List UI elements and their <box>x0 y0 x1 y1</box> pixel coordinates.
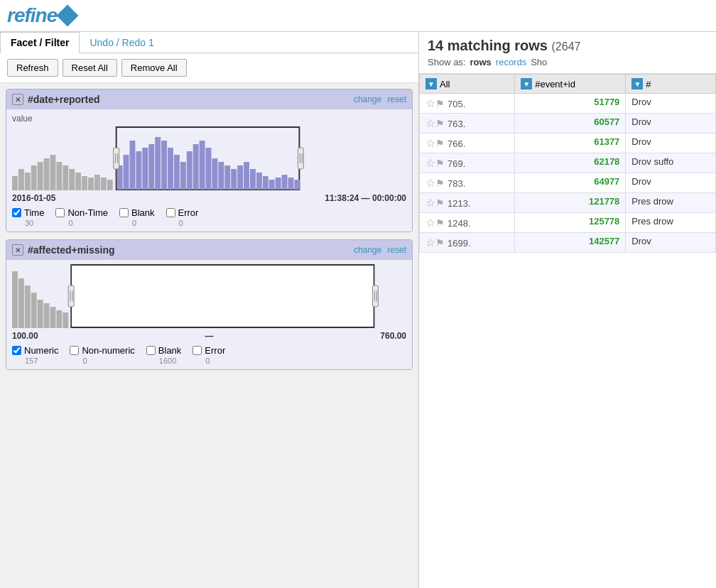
results-header: 14 matching rows (2647 Show as: rows rec… <box>419 32 716 74</box>
checkbox-numeric: Numeric 157 <box>12 345 58 365</box>
svg-rect-20 <box>136 151 141 190</box>
svg-rect-62 <box>72 266 373 327</box>
flag-button[interactable]: ⚑ <box>435 118 445 129</box>
tab-facet-filter[interactable]: Facet / Filter <box>0 32 80 53</box>
blank-affected-label: Blank <box>158 345 182 356</box>
col-all-header: ▼ All <box>420 75 515 94</box>
refresh-button[interactable]: Refresh <box>7 59 58 77</box>
time-checkbox[interactable] <box>12 208 21 217</box>
star-button[interactable]: ☆ <box>425 136 435 150</box>
event-id-cell: 64977 <box>515 173 626 193</box>
flag-button[interactable]: ⚑ <box>435 158 445 169</box>
svg-rect-24 <box>161 141 167 190</box>
svg-rect-54 <box>25 285 31 328</box>
star-button[interactable]: ☆ <box>425 236 435 249</box>
non-time-checkbox[interactable] <box>55 208 65 217</box>
star-button[interactable]: ☆ <box>425 116 435 130</box>
svg-rect-9 <box>69 169 75 190</box>
tabs-bar: Facet / Filter Undo / Redo 1 <box>0 32 418 53</box>
star-button[interactable]: ☆ <box>425 196 435 209</box>
histogram-date[interactable] <box>12 126 406 190</box>
star-button[interactable]: ☆ <box>425 97 435 110</box>
app-logo: refine <box>7 4 57 27</box>
reset-all-button[interactable]: Reset All <box>63 59 117 77</box>
event-id-cell: 142577 <box>515 233 626 253</box>
star-button[interactable]: ☆ <box>425 156 435 170</box>
remove-all-button[interactable]: Remove All <box>121 59 187 77</box>
error-affected-count: 0 <box>205 356 210 365</box>
svg-rect-30 <box>200 141 205 190</box>
error-date-checkbox[interactable] <box>166 208 175 217</box>
main-container: Facet / Filter Undo / Redo 1 Refresh Res… <box>0 32 716 588</box>
col-all-dropdown[interactable]: ▼ <box>425 78 437 89</box>
flag-button[interactable]: ⚑ <box>435 217 445 229</box>
svg-rect-14 <box>101 178 107 190</box>
flag-button[interactable]: ⚑ <box>435 98 445 109</box>
flag-button[interactable]: ⚑ <box>435 197 445 209</box>
description-cell: Drov <box>626 173 716 193</box>
svg-rect-23 <box>155 137 161 190</box>
facet-date-reported-body: value <box>6 109 412 232</box>
svg-rect-57 <box>44 303 50 328</box>
flag-button[interactable]: ⚑ <box>435 138 445 149</box>
row-number: 1699. <box>448 238 471 249</box>
affected-range-separator: — <box>205 331 214 341</box>
facet-affected-close-button[interactable]: ✕ <box>12 244 23 256</box>
app-header: refine <box>0 0 716 32</box>
svg-rect-1 <box>18 169 24 190</box>
error-affected-checkbox[interactable] <box>192 346 202 355</box>
facet-affected-reset-link[interactable]: reset <box>387 245 406 255</box>
numeric-checkbox[interactable] <box>12 346 21 355</box>
histogram-affected-svg <box>12 264 406 328</box>
flag-button[interactable]: ⚑ <box>435 237 445 249</box>
facet-reset-link[interactable]: reset <box>387 94 406 104</box>
facet-affected-missing-header: ✕ #affected+missing change reset <box>6 240 412 260</box>
event-id-cell: 125778 <box>515 213 626 233</box>
records-link[interactable]: records <box>496 57 526 67</box>
row-number: 766. <box>448 138 465 149</box>
facet-close-button[interactable]: ✕ <box>12 94 23 105</box>
svg-rect-13 <box>94 175 100 190</box>
facet-change-link[interactable]: change <box>354 94 381 104</box>
svg-rect-10 <box>75 173 81 190</box>
checkbox-error-affected: Error 0 <box>192 345 225 365</box>
svg-rect-15 <box>107 180 113 190</box>
description-cell: Drov <box>626 233 716 253</box>
blank-affected-checkbox[interactable] <box>146 346 156 355</box>
total-count: (2647 <box>552 40 581 53</box>
svg-rect-18 <box>124 155 129 190</box>
facet-date-reported-header: ✕ #date+reported change reset <box>6 89 412 109</box>
non-numeric-checkbox[interactable] <box>70 346 79 355</box>
row-actions-cell: ☆⚑1699. <box>420 233 515 253</box>
affected-range-start: 100.00 <box>12 331 38 341</box>
blank-date-label: Blank <box>131 207 155 218</box>
row-number: 1248. <box>448 218 471 229</box>
flag-button[interactable]: ⚑ <box>435 178 445 189</box>
table-row: ☆⚑705.51779Drov <box>420 94 716 114</box>
description-cell: Drov <box>626 94 716 114</box>
svg-rect-55 <box>31 293 37 328</box>
results-title: 14 matching rows (2647 <box>428 38 707 54</box>
matching-rows-label: matching rows <box>448 38 548 53</box>
svg-rect-53 <box>18 278 24 328</box>
col-extra-label: # <box>646 79 651 89</box>
event-id-cell: 60577 <box>515 114 626 134</box>
col-event-id-dropdown[interactable]: ▼ <box>521 78 532 89</box>
blank-date-checkbox[interactable] <box>119 208 129 217</box>
facet-affected-change-link[interactable]: change <box>354 245 381 255</box>
svg-rect-27 <box>180 162 186 190</box>
description-cell: Pres drow <box>626 213 716 233</box>
description-cell: Drov <box>626 134 716 153</box>
description-cell: Pres drow <box>626 193 716 213</box>
checkbox-non-time: Non-Time 0 <box>55 207 108 227</box>
svg-rect-22 <box>148 144 154 190</box>
tab-undo-redo[interactable]: Undo / Redo 1 <box>80 33 163 53</box>
svg-rect-40 <box>263 176 268 190</box>
col-all-label: All <box>440 79 450 89</box>
col-extra-dropdown[interactable]: ▼ <box>631 78 643 89</box>
row-actions-cell: ☆⚑763. <box>420 114 515 134</box>
table-row: ☆⚑1248.125778Pres drow <box>420 213 716 233</box>
histogram-affected[interactable] <box>12 264 406 328</box>
star-button[interactable]: ☆ <box>425 176 435 190</box>
star-button[interactable]: ☆ <box>425 216 435 229</box>
